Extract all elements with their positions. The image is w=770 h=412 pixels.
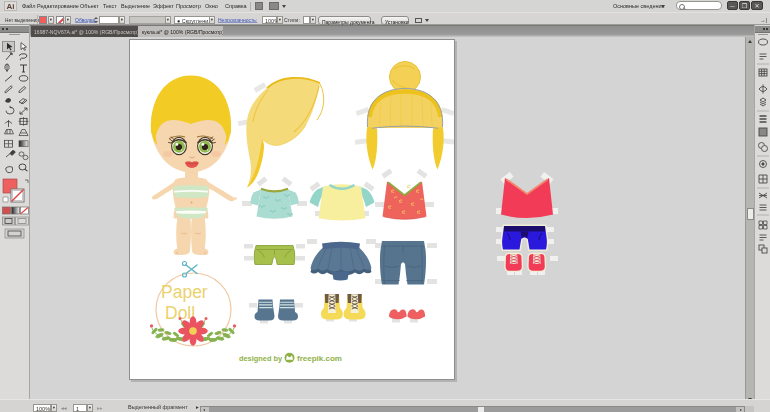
svg-text:freepik.com: freepik.com (297, 354, 342, 363)
svg-text:Paper: Paper (161, 282, 208, 302)
svg-text:designed by: designed by (239, 354, 283, 363)
